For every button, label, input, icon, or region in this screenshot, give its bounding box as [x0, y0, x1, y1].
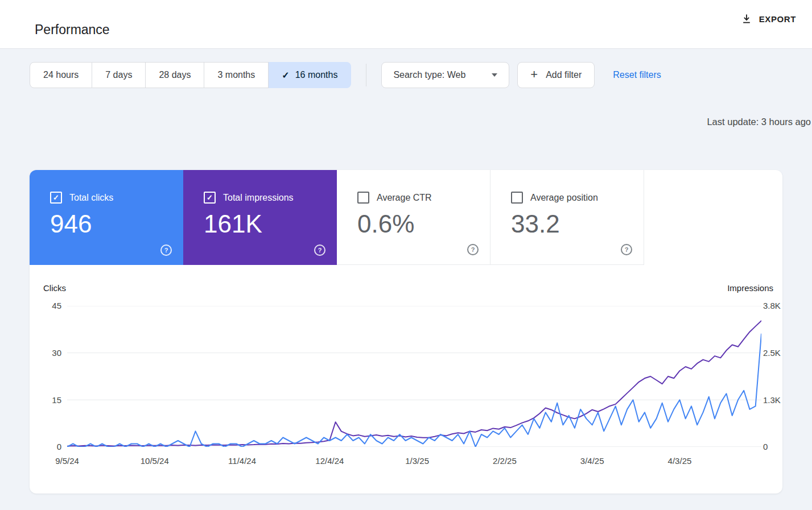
search-type-dropdown[interactable]: Search type: Web: [381, 62, 509, 88]
metric-label: Total impressions: [223, 193, 294, 203]
metric-value: 161K: [183, 204, 337, 238]
metric-label: Average CTR: [377, 193, 432, 203]
metric-value: 946: [30, 204, 183, 238]
range-chip-24-hours[interactable]: 24 hours: [30, 62, 92, 88]
metric-card-average-ctr[interactable]: Average CTR 0.6% ?: [337, 170, 491, 265]
metric-value: 0.6%: [337, 204, 490, 238]
y-axis-tick-label: 0: [34, 442, 61, 452]
metric-card-total-clicks[interactable]: ✓ Total clicks 946 ?: [30, 170, 183, 265]
filter-row: 24 hours 7 days 28 days 3 months ✓ 16 mo…: [30, 62, 812, 88]
export-label: EXPORT: [759, 14, 796, 24]
chart-plot: [67, 306, 761, 447]
range-chip-7-days[interactable]: 7 days: [92, 62, 146, 88]
export-button[interactable]: EXPORT: [737, 13, 799, 25]
x-axis-tick-label: 1/3/25: [405, 456, 429, 466]
x-axis-tick-label: 9/5/24: [55, 456, 79, 466]
filter-divider: [366, 64, 366, 86]
last-update-text: Last update: 3 hours ago: [707, 117, 811, 127]
metric-value: 33.2: [491, 204, 644, 238]
top-header: Performance EXPORT: [0, 0, 812, 49]
clicks-line: [67, 334, 761, 447]
x-axis-tick-label: 12/4/24: [315, 456, 344, 466]
range-chip-label: 7 days: [105, 70, 132, 80]
range-chip-28-days[interactable]: 28 days: [146, 62, 204, 88]
y-axis-tick-label: 2.5K: [763, 348, 781, 358]
y-axis-tick-label: 30: [34, 348, 61, 358]
performance-chart: Clicks Impressions 45 30 15 0 3.8K 2.5K …: [30, 265, 782, 494]
range-chip-3-months[interactable]: 3 months: [204, 62, 269, 88]
range-chip-label: 16 months: [295, 70, 338, 80]
reset-filters-label: Reset filters: [613, 70, 661, 80]
y-axis-tick-label: 3.8K: [763, 301, 781, 311]
x-axis-tick-label: 10/5/24: [141, 456, 169, 466]
checkmark-icon: ✓: [282, 70, 289, 81]
checkbox-total-impressions[interactable]: ✓: [204, 192, 216, 204]
range-chip-label: 24 hours: [43, 70, 79, 80]
add-filter-label: Add filter: [546, 70, 582, 80]
search-type-label: Search type: Web: [393, 70, 465, 80]
help-icon[interactable]: ?: [160, 244, 172, 256]
help-icon[interactable]: ?: [467, 244, 479, 255]
x-axis-tick-label: 4/3/25: [668, 456, 692, 466]
download-icon: [741, 13, 752, 24]
reset-filters-link[interactable]: Reset filters: [613, 62, 661, 88]
performance-panel: ✓ Total clicks 946 ? ✓ Total impressions…: [30, 170, 782, 494]
y-axis-tick-label: 45: [34, 301, 61, 311]
checkbox-average-ctr[interactable]: [357, 192, 369, 204]
date-range-group: 24 hours 7 days 28 days 3 months ✓ 16 mo…: [30, 62, 351, 88]
y-axis-tick-label: 15: [34, 395, 61, 405]
x-axis-tick-label: 11/4/24: [228, 456, 256, 466]
metric-label: Total clicks: [69, 193, 113, 203]
range-chip-label: 3 months: [217, 70, 255, 80]
y-axis-tick-label: 1.3K: [763, 395, 781, 405]
add-filter-button[interactable]: + Add filter: [517, 62, 595, 88]
range-chip-16-months[interactable]: ✓ 16 months: [269, 62, 351, 88]
help-icon[interactable]: ?: [314, 244, 325, 256]
y-axis-tick-label: 0: [763, 442, 768, 452]
metric-label: Average position: [530, 193, 598, 203]
chevron-down-icon: [492, 73, 497, 77]
impressions-line: [67, 321, 761, 446]
x-axis-tick-label: 2/2/25: [493, 456, 517, 466]
page-title: Performance: [35, 22, 110, 38]
metric-card-average-position[interactable]: Average position 33.2 ?: [491, 170, 644, 265]
right-axis-title: Impressions: [727, 283, 773, 293]
x-axis-labels: 9/5/2410/5/2411/4/2412/4/241/3/252/2/253…: [30, 456, 782, 467]
range-chip-label: 28 days: [159, 70, 191, 80]
plus-icon: +: [530, 68, 538, 81]
help-icon[interactable]: ?: [621, 244, 632, 255]
left-axis-title: Clicks: [43, 283, 66, 293]
metric-card-total-impressions[interactable]: ✓ Total impressions 161K ?: [183, 170, 337, 265]
checkbox-total-clicks[interactable]: ✓: [50, 192, 62, 204]
checkbox-average-position[interactable]: [511, 192, 523, 204]
x-axis-tick-label: 3/4/25: [580, 456, 604, 466]
